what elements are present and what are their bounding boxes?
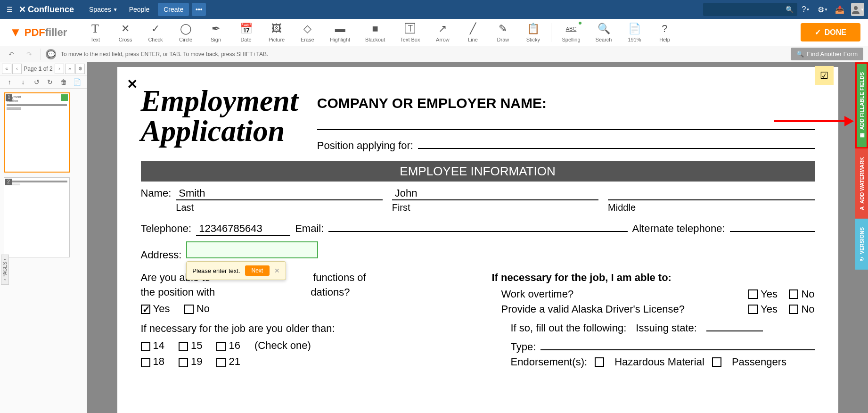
issuing-state-field[interactable]	[706, 318, 763, 331]
delete-page-button[interactable]: 🗑	[59, 78, 68, 86]
create-button[interactable]: Create	[158, 3, 189, 16]
close-icon[interactable]: ✕	[127, 76, 138, 92]
people-menu[interactable]: People	[123, 0, 156, 19]
textbox-tool[interactable]: 🅃Text Box	[393, 19, 427, 46]
prev-page-button[interactable]: ‹	[12, 64, 22, 74]
telephone-field[interactable]: 12346785643	[196, 223, 290, 236]
text-tool[interactable]: TText	[80, 19, 110, 46]
sign-label: Sign	[211, 37, 221, 42]
thumbnail-page-1[interactable]: 1 ploymentlication ━━━━━━━━━━━━━━━━━━━━━…	[4, 92, 70, 173]
questions-section: Are you able to perform the essential fu…	[141, 271, 815, 368]
sticky-tool[interactable]: 📋Sticky	[518, 19, 548, 46]
user-avatar[interactable]: ▼	[851, 3, 864, 16]
draw-tool[interactable]: ✎Draw	[488, 19, 518, 46]
circle-tool[interactable]: ◯Circle	[171, 19, 201, 46]
alt-tel-field[interactable]	[730, 219, 815, 232]
company-field[interactable]	[317, 116, 815, 130]
spelling-icon: ABC	[566, 23, 577, 35]
find-another-form-button[interactable]: 🔍 Find Another Form	[791, 48, 863, 60]
first-page-button[interactable]: «	[2, 64, 11, 74]
age-19-checkbox[interactable]	[179, 358, 188, 367]
arrow-tool[interactable]: ↗Arrow	[427, 19, 458, 46]
blackout-tool[interactable]: ■Blackout	[358, 19, 393, 46]
check-tool[interactable]: ✓Check	[140, 19, 171, 46]
age-18-checkbox[interactable]	[141, 358, 150, 367]
no-checkbox[interactable]	[184, 305, 194, 314]
thumbnail-page-2[interactable]: 2 ━━━━━━━━━━━━━━━━━━━━	[4, 177, 70, 257]
confluence-search[interactable]: 🔍	[703, 3, 797, 16]
pdffiller-logo[interactable]: ▼ PDFfiller	[0, 19, 80, 46]
line-tool[interactable]: ╱Line	[458, 19, 488, 46]
confluence-logo[interactable]: ✕ Confluence	[19, 4, 74, 15]
help-tool-icon: ?	[662, 23, 667, 35]
spelling-tool[interactable]: ABCSpelling	[554, 19, 588, 46]
date-tool[interactable]: 📅Date	[231, 19, 261, 46]
license-no-checkbox[interactable]	[789, 305, 798, 314]
email-field[interactable]	[328, 219, 627, 232]
hazmat-checkbox[interactable]	[595, 357, 604, 367]
highlight-tool[interactable]: ▬Highlight	[322, 19, 358, 46]
address-row: Address: Please enter text. Next ✕	[141, 241, 815, 261]
spelling-label: Spelling	[562, 37, 580, 42]
add-page-button[interactable]: 📄	[73, 78, 82, 86]
text-label: Text	[90, 37, 100, 42]
more-actions-button[interactable]: •••	[192, 3, 206, 16]
done-button[interactable]: ✓ DONE	[801, 23, 860, 41]
address-field-active[interactable]	[186, 241, 318, 258]
create-label: Create	[164, 6, 183, 13]
move-down-button[interactable]: ↓	[19, 78, 27, 86]
hint-text: To move to the next field, press ENTER, …	[61, 51, 786, 58]
inbox-icon[interactable]: 📥	[832, 2, 847, 17]
right-column: If necessary for the job, I am able to: …	[492, 271, 815, 368]
add-watermark-tab[interactable]: A ADD WATERMARK	[855, 149, 868, 219]
add-fillable-fields-tab[interactable]: ▦ ADD FILLABLE FIELDS	[855, 62, 868, 149]
help-tool[interactable]: ?Help	[649, 19, 680, 46]
rotate-left-button[interactable]: ↺	[33, 78, 41, 86]
search-icon: 🔍	[786, 6, 794, 13]
help-icon[interactable]: ?▼	[798, 2, 813, 17]
search-tool[interactable]: 🔍Search	[588, 19, 620, 46]
rotate-right-button[interactable]: ↻	[46, 78, 54, 86]
picture-tool[interactable]: 🖼Picture	[261, 19, 292, 46]
versions-tab[interactable]: ↻ VERSIONS	[855, 219, 868, 270]
no-label: No	[197, 303, 210, 314]
yes-label: Yes	[153, 303, 170, 314]
hamburger-icon[interactable]: ☰	[4, 4, 15, 15]
overtime-no-checkbox[interactable]	[789, 289, 798, 299]
pages-tab[interactable]: ‹ PAGES ‹	[1, 255, 9, 285]
zoom-tool[interactable]: 📄191%	[619, 19, 649, 46]
sticky-note-icon[interactable]: ☑	[815, 66, 834, 85]
tooltip-next-button[interactable]: Next	[245, 265, 270, 276]
fillable-label: ADD FILLABLE FIELDS	[859, 72, 865, 130]
passengers-checkbox[interactable]	[712, 357, 721, 367]
redo-button[interactable]: ↷	[23, 48, 36, 61]
gear-icon[interactable]: ⚙▼	[815, 2, 830, 17]
tooltip-close-icon[interactable]: ✕	[274, 267, 280, 274]
cross-tool[interactable]: ✕Cross	[110, 19, 140, 46]
first-name-field[interactable]: John	[392, 187, 598, 200]
type-field[interactable]	[540, 337, 814, 350]
age-14-checkbox[interactable]	[141, 342, 150, 351]
undo-button[interactable]: ↶	[5, 48, 18, 61]
move-up-button[interactable]: ↑	[5, 78, 14, 86]
last-page-button[interactable]: »	[65, 64, 74, 74]
license-yes-checkbox[interactable]	[748, 305, 758, 314]
company-label: COMPANY OR EMPLOYER NAME:	[317, 95, 815, 111]
last-name-field[interactable]: Smith	[176, 187, 382, 200]
page-settings-button[interactable]: ⚙	[75, 64, 85, 74]
middle-name-field[interactable]	[608, 187, 814, 200]
chat-icon[interactable]: 💬	[46, 49, 56, 59]
yes-checkbox[interactable]	[141, 305, 150, 314]
erase-tool[interactable]: ◇Erase	[292, 19, 322, 46]
age-15-checkbox[interactable]	[179, 342, 188, 351]
sign-tool[interactable]: ✒Sign	[201, 19, 231, 46]
position-field[interactable]	[418, 148, 815, 149]
age-21-checkbox[interactable]	[216, 358, 226, 367]
spaces-menu[interactable]: Spaces ▼	[83, 0, 123, 19]
overtime-yes-checkbox[interactable]	[748, 289, 758, 299]
age-16-checkbox[interactable]	[216, 342, 226, 351]
next-page-button[interactable]: ›	[55, 64, 64, 74]
cross-label: Cross	[119, 37, 132, 42]
text-icon: T	[91, 23, 99, 35]
document-page[interactable]: ✕ ☑ Employment Application COMPANY OR EM…	[117, 67, 838, 413]
